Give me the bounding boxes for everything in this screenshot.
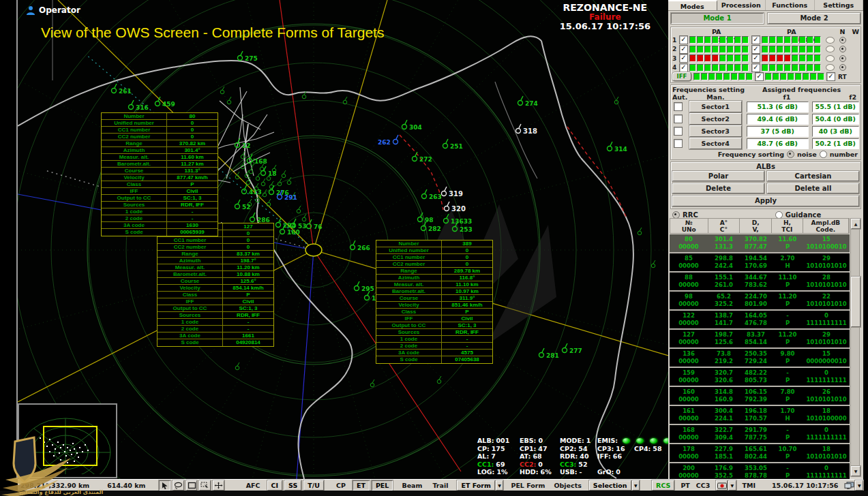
- track-row-159[interactable]: 15900000320.7320.6482.22805.73-P01111111…: [670, 368, 850, 386]
- track-row-200[interactable]: 20000000176.9352.5353.05878.78-P01111111…: [670, 463, 850, 479]
- mode-2-button[interactable]: Mode 2: [768, 13, 860, 24]
- record-button[interactable]: [716, 480, 728, 491]
- pa-n-radio-2[interactable]: [826, 46, 835, 52]
- sector1-button[interactable]: Sector1: [689, 101, 742, 112]
- radar-target-52[interactable]: 52: [235, 200, 251, 211]
- track-row-85[interactable]: 8500000298.8242.4194.54170.692.70H291010…: [670, 253, 850, 271]
- scroll-thumb[interactable]: [851, 277, 860, 327]
- t-u-button[interactable]: T/U: [303, 480, 324, 491]
- pa-power-check-1[interactable]: ✓: [679, 35, 688, 44]
- radar-target-320[interactable]: 320: [445, 202, 466, 213]
- ci-button[interactable]: CI: [267, 480, 283, 491]
- pa-power-check-2[interactable]: ✓: [679, 45, 688, 54]
- selection-button-dropdown[interactable]: ▼: [632, 480, 640, 491]
- pa-emission-check-4[interactable]: ✓: [751, 63, 760, 72]
- radar-target-76[interactable]: 76: [307, 219, 323, 230]
- monitor-display-button[interactable]: [844, 481, 854, 490]
- radar-target-319[interactable]: 319: [442, 187, 463, 198]
- rect-tool-button[interactable]: [186, 480, 198, 491]
- radar-target-262[interactable]: 262: [378, 135, 398, 146]
- pa-n-radio-4[interactable]: [826, 64, 835, 71]
- et-button[interactable]: ET: [353, 480, 370, 491]
- select-tool-button[interactable]: [199, 480, 211, 491]
- sector3-aut-check[interactable]: [674, 127, 683, 136]
- radar-target-281[interactable]: 281: [539, 348, 559, 359]
- track-row-136[interactable]: 1360000073.8219.2250.35729.249.80P150000…: [670, 349, 850, 367]
- rcs-button[interactable]: RCS: [652, 480, 674, 491]
- minimap[interactable]: [18, 403, 117, 478]
- ss-button[interactable]: SS: [284, 480, 301, 491]
- radar-target-304[interactable]: 304: [402, 120, 422, 131]
- track-row-98[interactable]: 980000065.2325.2224.70801.9011.20P221010…: [670, 292, 850, 309]
- et-form-button[interactable]: ET Form: [457, 480, 495, 491]
- delete-all-button[interactable]: Delete all: [767, 183, 859, 193]
- pa-w-radio-3[interactable]: [839, 55, 846, 62]
- radar-display[interactable]: 2752613164592743043182512723142633193209…: [18, 0, 668, 479]
- track-row-178[interactable]: 17800000227.9185.1165.61802.4410.70P1810…: [670, 444, 850, 462]
- sector2-button[interactable]: Sector2: [689, 113, 742, 125]
- radar-target-275[interactable]: 275: [238, 51, 258, 62]
- iff-check-1[interactable]: ✓: [755, 72, 764, 81]
- radar-target-251[interactable]: 251: [443, 139, 463, 150]
- sector4-button[interactable]: Sector4: [689, 138, 742, 149]
- sector2-aut-check[interactable]: [674, 114, 683, 123]
- track-row-80[interactable]: 8000000301.4131.3370.82877.4711.60P15101…: [670, 234, 850, 252]
- pa-w-radio-4[interactable]: [839, 64, 846, 71]
- pa-n-radio-3[interactable]: [826, 55, 835, 62]
- sort-noise-radio[interactable]: [787, 151, 794, 158]
- move-tool-button[interactable]: [213, 480, 224, 491]
- et-form-button-dropdown[interactable]: ▼: [496, 480, 503, 491]
- radar-target-295[interactable]: 295: [355, 281, 374, 292]
- sector4-aut-check[interactable]: [674, 139, 683, 148]
- tab-functions[interactable]: Functions: [766, 0, 815, 10]
- monitor-button-dropdown[interactable]: ▼: [855, 480, 863, 491]
- iff-button[interactable]: IFF: [672, 72, 691, 81]
- radar-target-272[interactable]: 272: [413, 152, 432, 163]
- mode-1-button[interactable]: Mode 1: [671, 13, 764, 24]
- pel-button[interactable]: PEL: [372, 480, 393, 491]
- track-row-127[interactable]: 12700000198.7125.683.37854.1411.20P29101…: [670, 330, 850, 347]
- scroll-up-button[interactable]: ▲: [851, 219, 860, 229]
- pa-power-check-3[interactable]: ✓: [679, 54, 688, 63]
- track-row-160[interactable]: 16000000314.8160.9106.15792.397.80P26101…: [670, 387, 850, 405]
- pa-emission-check-1[interactable]: ✓: [751, 35, 760, 44]
- radar-target-413[interactable]: 413: [242, 185, 262, 196]
- target-form-389[interactable]: Number389Unified number0CC1 number0CC2 n…: [376, 240, 493, 364]
- target-form-80[interactable]: Number80Unified number0CC1 number0CC2 nu…: [101, 112, 218, 236]
- radar-target-266[interactable]: 266: [350, 241, 370, 251]
- target-form-127[interactable]: Number127Unified number0CC1 number0CC2 n…: [157, 223, 274, 347]
- tab-procession[interactable]: Procession: [717, 0, 766, 10]
- pa-w-radio-1[interactable]: [839, 37, 846, 44]
- track-row-122[interactable]: 12200000138.7141.7164.05476.78-P01111111…: [670, 311, 850, 328]
- sort-number-radio[interactable]: [820, 151, 827, 158]
- radar-target-314[interactable]: 314: [608, 142, 627, 153]
- radar-target-286[interactable]: 286: [250, 213, 270, 223]
- selection-button[interactable]: Selection: [589, 480, 631, 491]
- track-table-scrollbar[interactable]: ▲ ▼: [850, 218, 860, 477]
- delete-button[interactable]: Delete: [672, 183, 764, 193]
- tab-settings[interactable]: Settings: [815, 0, 864, 10]
- cartesian-button[interactable]: Cartesian: [767, 171, 859, 181]
- pa-w-radio-2[interactable]: [839, 46, 846, 52]
- polar-button[interactable]: Polar: [672, 171, 764, 181]
- radar-target-274[interactable]: 274: [518, 96, 538, 107]
- lasso-tool-button[interactable]: [173, 480, 184, 491]
- track-row-88[interactable]: 8800000155.1261.0344.67783.6211.10P28101…: [670, 273, 850, 290]
- pa-emission-check-3[interactable]: ✓: [751, 54, 760, 63]
- pa-emission-check-2[interactable]: ✓: [751, 45, 760, 54]
- tab-modes[interactable]: Modes: [668, 0, 717, 10]
- radar-target-277[interactable]: 277: [563, 343, 582, 354]
- scroll-down-button[interactable]: ▼: [851, 466, 860, 476]
- pa-power-check-4[interactable]: ✓: [679, 63, 688, 72]
- sector3-button[interactable]: Sector3: [689, 125, 742, 137]
- cursor-tool-button[interactable]: [159, 480, 170, 491]
- radar-target-316[interactable]: 316: [129, 100, 149, 111]
- track-row-161[interactable]: 16100000300.4224.1196.18170.571.70H18101…: [670, 406, 850, 424]
- iff-check-2[interactable]: ✓: [826, 72, 835, 81]
- apply-button[interactable]: Apply: [672, 196, 859, 206]
- track-row-168[interactable]: 16800000322.7309.4291.79787.75-P01111111…: [670, 425, 850, 443]
- pa-n-radio-1[interactable]: [826, 37, 835, 44]
- record-button-dropdown[interactable]: ▼: [728, 480, 736, 491]
- sector1-aut-check[interactable]: [674, 102, 683, 111]
- radar-target-318[interactable]: 318: [516, 124, 537, 135]
